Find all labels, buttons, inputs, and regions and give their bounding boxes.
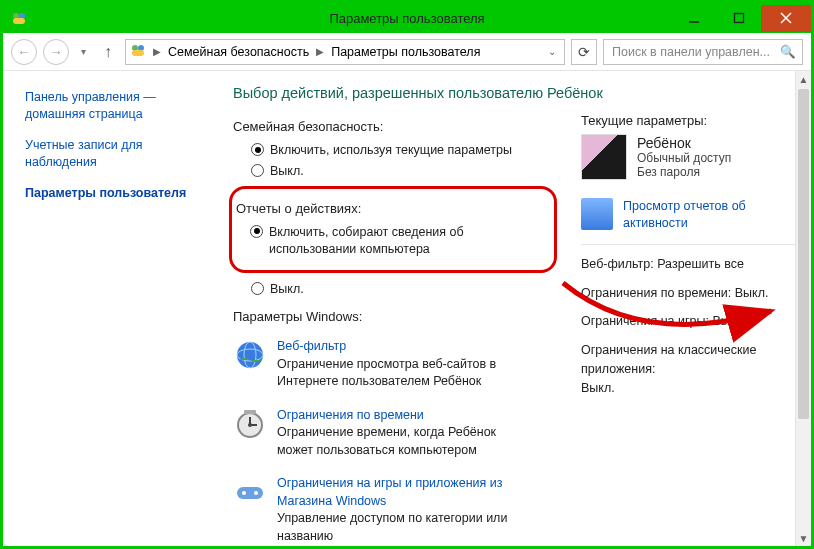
back-button[interactable]: ← xyxy=(11,39,37,65)
settings-column: Семейная безопасность: Включить, использ… xyxy=(233,113,557,546)
item-desc: Ограничение просмотра веб-сайтов в Интер… xyxy=(277,357,496,389)
toolbar: ← → ▾ ↑ ▶ Семейная безопасность ▶ Параме… xyxy=(3,33,811,71)
sidebar-item-user-params[interactable]: Параметры пользователя xyxy=(25,185,211,202)
breadcrumb-item[interactable]: Семейная безопасность xyxy=(168,45,309,59)
user-name: Ребёнок xyxy=(637,135,731,151)
avatar xyxy=(581,134,627,180)
scroll-down-icon[interactable]: ▼ xyxy=(796,530,811,546)
window-buttons xyxy=(671,5,811,32)
status-web-filter: Веб-фильтр: Разрешить все xyxy=(581,255,801,274)
radio-icon xyxy=(251,282,264,295)
report-link-label: Просмотр отчетов об активности xyxy=(623,198,801,232)
chevron-right-icon: ▶ xyxy=(316,46,324,57)
status-time-limits: Ограничения по времени: Выкл. xyxy=(581,284,801,303)
page-title: Выбор действий, разрешенных пользователю… xyxy=(233,85,801,101)
radio-safety-on[interactable]: Включить, используя текущие параметры xyxy=(233,140,557,161)
status-app-limits: Ограничения на классические приложения: … xyxy=(581,341,801,397)
radio-icon xyxy=(251,143,264,156)
link-game-restrictions[interactable]: Ограничения на игры и приложения из Мага… xyxy=(233,467,557,546)
up-button[interactable]: ↑ xyxy=(97,41,119,63)
sidebar-item-accounts[interactable]: Учетные записи для наблюдения xyxy=(25,137,211,171)
svg-rect-9 xyxy=(132,50,144,56)
item-title: Ограничения на игры и приложения из Мага… xyxy=(277,476,503,508)
svg-rect-18 xyxy=(237,487,263,499)
breadcrumb-item[interactable]: Параметры пользователя xyxy=(331,45,480,59)
search-box[interactable]: 🔍 xyxy=(603,39,803,65)
report-icon xyxy=(581,198,613,230)
window-title: Параметры пользователя xyxy=(329,11,484,26)
item-title: Веб-фильтр xyxy=(277,339,346,353)
search-input[interactable] xyxy=(610,44,774,60)
minimize-button[interactable] xyxy=(671,5,716,32)
refresh-button[interactable]: ⟳ xyxy=(571,39,597,65)
search-icon[interactable]: 🔍 xyxy=(780,44,796,59)
radio-label: Включить, собирают сведения об использов… xyxy=(269,224,544,258)
family-safety-icon xyxy=(11,10,27,26)
chevron-down-icon[interactable]: ⌄ xyxy=(544,46,560,57)
svg-point-20 xyxy=(254,491,258,495)
svg-rect-4 xyxy=(734,14,743,23)
user-summary: Ребёнок Обычный доступ Без пароля xyxy=(581,134,801,180)
scroll-thumb[interactable] xyxy=(798,89,809,419)
link-web-filter[interactable]: Веб-фильтр Ограничение просмотра веб-сай… xyxy=(233,330,557,399)
radio-label: Выкл. xyxy=(270,163,304,180)
svg-point-19 xyxy=(242,491,246,495)
body: Панель управления — домашняя страница Уч… xyxy=(3,71,811,546)
sidebar: Панель управления — домашняя страница Уч… xyxy=(3,71,223,546)
status-game-limits: Ограничения на игры: Выкл. xyxy=(581,312,801,331)
item-title: Ограничения по времени xyxy=(277,408,424,422)
window: Параметры пользователя ← → ▾ ↑ ▶ Семейна… xyxy=(0,0,814,549)
section-current-params: Текущие параметры: xyxy=(581,113,801,128)
link-time-limits[interactable]: Ограничения по времени Ограничение време… xyxy=(233,399,557,468)
radio-label: Включить, используя текущие параметры xyxy=(270,142,512,159)
radio-reports-off[interactable]: Выкл. xyxy=(233,279,557,300)
history-dropdown[interactable]: ▾ xyxy=(75,39,91,65)
section-activity-reports: Отчеты о действиях: xyxy=(236,201,544,216)
radio-icon xyxy=(251,164,264,177)
link-activity-reports[interactable]: Просмотр отчетов об активности xyxy=(581,198,801,245)
globe-icon xyxy=(233,338,267,372)
close-button[interactable] xyxy=(761,5,811,32)
item-desc: Управление доступом по категории или наз… xyxy=(277,511,507,543)
svg-rect-17 xyxy=(244,410,256,414)
highlight-callout: Отчеты о действиях: Включить, собирают с… xyxy=(229,186,557,273)
forward-button[interactable]: → xyxy=(43,39,69,65)
item-desc: Ограничение времени, когда Ребёнок может… xyxy=(277,425,496,457)
svg-point-10 xyxy=(237,342,263,368)
user-type: Обычный доступ xyxy=(637,151,731,165)
user-password-status: Без пароля xyxy=(637,165,731,179)
section-windows-params: Параметры Windows: xyxy=(233,309,557,324)
breadcrumb[interactable]: ▶ Семейная безопасность ▶ Параметры поль… xyxy=(125,39,565,65)
clock-icon xyxy=(233,407,267,441)
section-family-safety: Семейная безопасность: xyxy=(233,119,557,134)
radio-icon xyxy=(250,225,263,238)
gamepad-icon xyxy=(233,475,267,509)
main-panel: Выбор действий, разрешенных пользователю… xyxy=(223,71,811,546)
status-column: Текущие параметры: Ребёнок Обычный досту… xyxy=(581,113,801,546)
radio-safety-off[interactable]: Выкл. xyxy=(233,161,557,182)
scroll-up-icon[interactable]: ▲ xyxy=(796,71,811,87)
titlebar: Параметры пользователя xyxy=(3,3,811,33)
svg-rect-2 xyxy=(13,18,25,24)
family-safety-icon xyxy=(130,42,146,61)
radio-label: Выкл. xyxy=(270,281,304,298)
maximize-button[interactable] xyxy=(716,5,761,32)
radio-reports-on[interactable]: Включить, собирают сведения об использов… xyxy=(232,222,544,260)
sidebar-item-home[interactable]: Панель управления — домашняя страница xyxy=(25,89,211,123)
scrollbar[interactable]: ▲ ▼ xyxy=(795,71,811,546)
chevron-right-icon: ▶ xyxy=(153,46,161,57)
